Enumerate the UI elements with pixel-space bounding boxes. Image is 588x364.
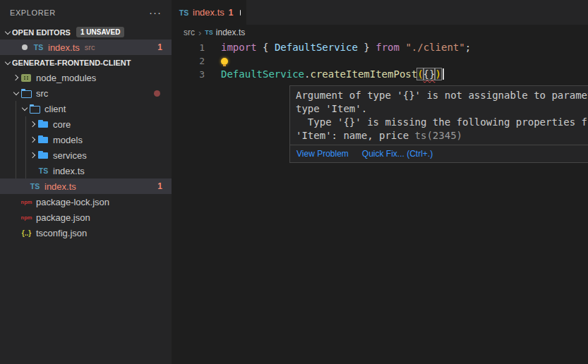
code-token: ) (435, 68, 440, 80)
file-tree: node_modulessrcclientcoremodelsservicesT… (0, 70, 172, 241)
tree-folder-client[interactable]: client (0, 101, 172, 116)
line-number: 3 (172, 68, 205, 81)
modified-dot-icon (22, 44, 28, 50)
code-token (370, 42, 376, 53)
workspace-name: GENERATE-FRONTEND-CLIENT (12, 59, 131, 67)
unsaved-badge: 1 UNSAVED (76, 27, 125, 37)
tree-folder-models[interactable]: models (0, 132, 172, 147)
open-editor-item-index-ts[interactable]: TS index.ts src 1 (0, 40, 172, 55)
file-label: node_modules (36, 73, 96, 83)
tab-filename: index.ts (193, 7, 224, 18)
chevron-down-icon (11, 88, 20, 98)
quick-fix-link[interactable]: Quick Fix... (Ctrl+.) (362, 149, 433, 159)
text-cursor (443, 68, 444, 80)
typescript-file-icon: TS (32, 42, 44, 53)
code-token: ( (417, 68, 423, 80)
code-text: DefaultService.createItemItemPost({}) (221, 68, 444, 81)
npm-icon: npm (20, 212, 32, 223)
error-tooltip: Argument of type '{}' is not assignable … (289, 85, 588, 163)
open-editor-folder: src (85, 43, 95, 51)
typescript-file-icon: TS (178, 7, 190, 18)
code-line-2[interactable]: 2 (172, 54, 588, 68)
code-token: DefaultService (221, 68, 304, 80)
code-area[interactable]: 1import { DefaultService } from "./clien… (172, 41, 588, 81)
open-editor-filename: index.ts (48, 42, 80, 53)
code-line-3[interactable]: 3DefaultService.createItemItemPost({}) (172, 68, 588, 81)
open-editors-label: OPEN EDITORS (12, 28, 71, 37)
code-text (221, 54, 228, 68)
error-count-badge: 1 (157, 181, 162, 191)
tree-file-package-lock.json[interactable]: npmpackage-lock.json (0, 194, 172, 210)
code-token (268, 42, 274, 53)
breadcrumb-index-ts[interactable]: index.ts (216, 28, 245, 37)
chevron-right-icon (28, 119, 37, 129)
code-token: ; (465, 42, 471, 53)
unsaved-dot-icon[interactable] (240, 10, 241, 16)
tree-file-package.json[interactable]: npmpackage.json (0, 210, 172, 225)
code-token: createItemItemPost (310, 68, 417, 80)
modified-dot-icon (154, 90, 160, 97)
workspace-header[interactable]: GENERATE-FRONTEND-CLIENT (0, 55, 172, 70)
tree-file-tsconfig.json[interactable]: {..}tsconfig.json (0, 225, 172, 241)
chevron-right-icon (28, 150, 37, 160)
folder-icon (37, 134, 49, 145)
view-problem-link[interactable]: View Problem (296, 149, 349, 159)
chevron-right-icon: › (198, 28, 201, 38)
tab-error-count: 1 (229, 8, 234, 18)
line-number: 2 (172, 54, 205, 68)
tab-index-ts[interactable]: TS index.ts 1 (172, 0, 246, 25)
line-number: 1 (172, 41, 205, 54)
code-token: DefaultService (275, 42, 358, 53)
tooltip-line: type 'Item'. (296, 102, 588, 116)
ts-icon: TS (37, 165, 49, 176)
open-editors-header[interactable]: OPEN EDITORS 1 UNSAVED (0, 25, 172, 40)
editor-tab-bar: TS index.ts 1 (172, 0, 588, 25)
json-icon: {..} (20, 227, 32, 238)
tree-folder-node_modules[interactable]: node_modules (0, 70, 172, 85)
code-token: "./client" (405, 42, 464, 53)
tree-folder-src[interactable]: src (0, 85, 172, 101)
file-label: src (36, 88, 48, 99)
file-label: client (44, 104, 66, 114)
chevron-down-icon (3, 28, 12, 37)
lightbulb-icon[interactable] (221, 58, 228, 65)
tree-file-index.ts[interactable]: TSindex.ts (0, 163, 172, 178)
folder-icon (37, 150, 49, 161)
chevron-right-icon (28, 135, 37, 145)
folder-open-icon (20, 87, 32, 99)
tree-folder-core[interactable]: core (0, 116, 172, 132)
file-label: core (53, 119, 71, 130)
file-label: package-lock.json (36, 197, 109, 207)
tooltip-line: Argument of type '{}' is not assignable … (296, 89, 588, 102)
code-token: from (376, 42, 400, 53)
error-count-badge: 1 (157, 42, 162, 52)
chevron-down-icon (3, 58, 12, 68)
file-label: package.json (36, 212, 90, 223)
folder-node-modules-icon (20, 72, 32, 83)
code-text: import { DefaultService } from "./client… (221, 41, 471, 54)
file-label: tsconfig.json (36, 228, 87, 238)
breadcrumb: src › TS index.ts (172, 25, 588, 40)
chevron-right-icon (11, 73, 20, 83)
code-token: } (364, 42, 369, 53)
typescript-file-icon: TS (205, 29, 213, 36)
tooltip-body: Argument of type '{}' is not assignable … (290, 86, 588, 145)
tree-file-index.ts[interactable]: TSindex.ts1 (0, 178, 172, 194)
ts-error-code: ts(2345) (415, 130, 462, 141)
tree-folder-services[interactable]: services (0, 147, 172, 163)
file-label: services (53, 150, 87, 161)
sidebar-title-row: EXPLORER ··· (0, 0, 172, 25)
tooltip-line: Type '{}' is missing the following prope… (296, 116, 588, 129)
more-actions-icon[interactable]: ··· (149, 9, 162, 16)
file-label: index.ts (44, 181, 76, 192)
ts-icon: TS (29, 181, 41, 192)
breadcrumb-src[interactable]: src (184, 28, 195, 37)
folder-icon (37, 119, 49, 130)
npm-icon: npm (20, 196, 32, 207)
explorer-sidebar: EXPLORER ··· OPEN EDITORS 1 UNSAVED TS i… (0, 0, 172, 364)
tooltip-footer: View ProblemQuick Fix... (Ctrl+.) (290, 145, 588, 162)
file-label: models (53, 135, 83, 145)
code-line-1[interactable]: 1import { DefaultService } from "./clien… (172, 41, 588, 54)
file-label: index.ts (53, 166, 85, 176)
code-token: {} (424, 68, 436, 80)
